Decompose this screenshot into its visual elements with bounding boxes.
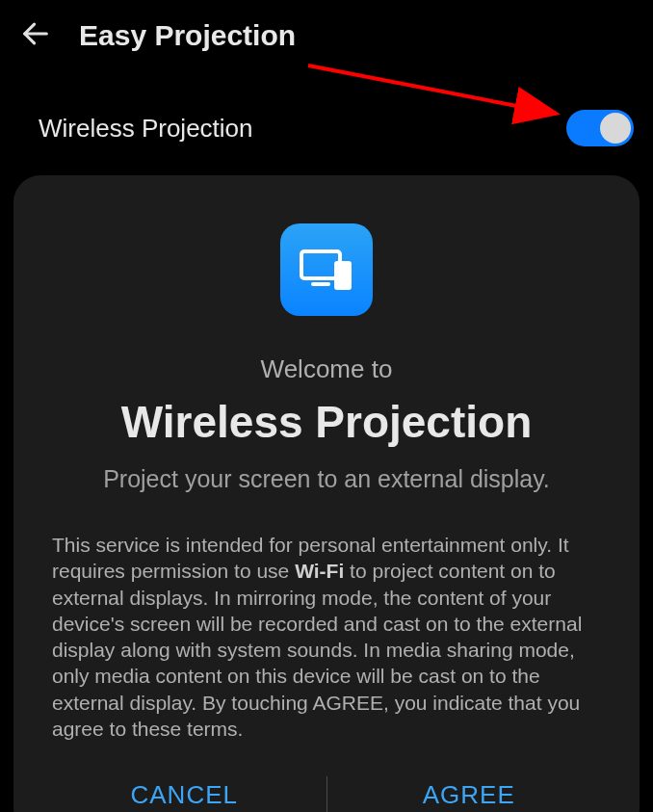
dialog-button-row: CANCEL AGREE xyxy=(42,755,611,812)
page-title: Easy Projection xyxy=(79,19,296,52)
cancel-button[interactable]: CANCEL xyxy=(42,755,326,812)
dialog-subtitle: Project your screen to an external displ… xyxy=(103,465,550,493)
wireless-projection-toggle[interactable] xyxy=(566,110,634,146)
welcome-text: Welcome to xyxy=(261,354,393,384)
body-text-bold: Wi-Fi xyxy=(295,560,344,582)
agree-button[interactable]: AGREE xyxy=(327,755,612,812)
svg-rect-5 xyxy=(334,261,352,290)
dialog-body-text: This service is intended for personal en… xyxy=(42,532,611,742)
projection-icon xyxy=(280,223,373,316)
wireless-projection-dialog: Welcome to Wireless Projection Project y… xyxy=(13,175,640,812)
body-text-2: to project content on to external displa… xyxy=(52,560,582,740)
dialog-title: Wireless Projection xyxy=(121,396,533,448)
toggle-knob xyxy=(600,113,631,144)
wireless-projection-row: Wireless Projection xyxy=(0,71,653,166)
wireless-projection-label: Wireless Projection xyxy=(39,114,253,144)
back-button[interactable] xyxy=(19,17,52,54)
